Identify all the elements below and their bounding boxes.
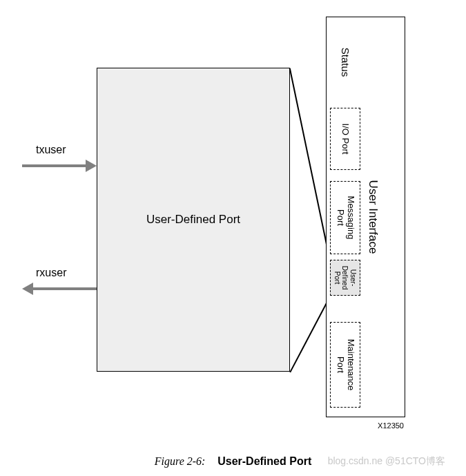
connector-line-top xyxy=(289,68,331,260)
txuser-label: txuser xyxy=(36,144,66,156)
messaging-port-box: Messaging Port xyxy=(330,181,360,254)
io-port-label: I/O Port xyxy=(340,124,351,155)
maintenance-port-box: Maintenance Port xyxy=(330,322,360,408)
io-port-box: I/O Port xyxy=(330,108,360,170)
rxuser-label: rxuser xyxy=(36,267,66,279)
user-defined-port-box-label: User-Defined Port xyxy=(146,213,240,227)
figure-caption: Figure 2-6: User-Defined Port xyxy=(155,455,311,468)
watermark-text: blog.csdn.ne @51CTO博客 xyxy=(328,455,445,468)
status-label: Status xyxy=(340,48,351,77)
figure-number: Figure 2-6: xyxy=(155,455,206,467)
figure-title: User-Defined Port xyxy=(217,455,311,467)
user-defined-port-box: User-Defined Port xyxy=(97,68,290,372)
txuser-arrow-shaft xyxy=(22,164,87,167)
txuser-arrow-head xyxy=(86,160,97,172)
user-interface-label: User Interface xyxy=(366,180,380,254)
maintenance-port-label: Maintenance Port xyxy=(335,339,356,390)
user-defined-port-slot: User- Defined Port xyxy=(330,260,360,296)
connector-line-bottom xyxy=(289,296,330,372)
messaging-port-label: Messaging Port xyxy=(335,196,356,240)
xref-label: X12350 xyxy=(378,421,404,430)
figure-footer: Figure 2-6: User-Defined Port blog.csdn.… xyxy=(0,446,466,476)
rxuser-arrow-shaft xyxy=(33,287,97,290)
rxuser-arrow-head xyxy=(22,283,33,295)
user-defined-port-slot-label: User- Defined Port xyxy=(333,266,358,289)
diagram-canvas: txuser rxuser User-Defined Port User Int… xyxy=(0,0,466,476)
